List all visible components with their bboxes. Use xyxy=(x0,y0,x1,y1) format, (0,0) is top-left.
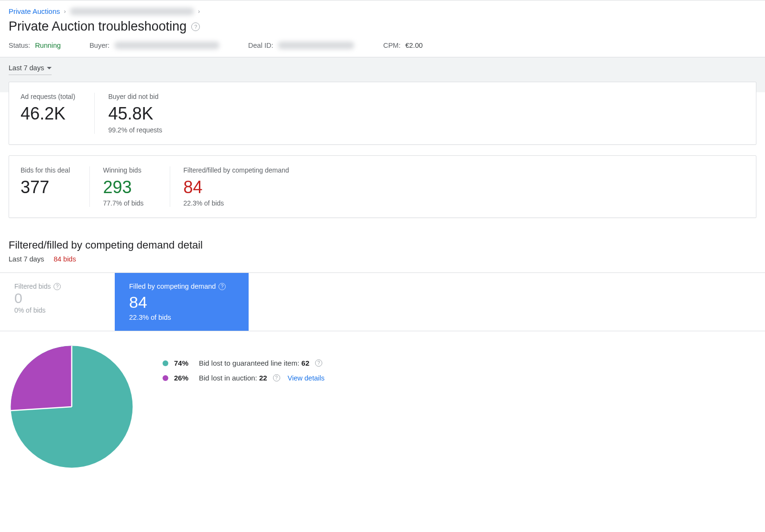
meta-row: Status: Running Buyer: Deal ID: CPM: €2.… xyxy=(0,40,765,57)
legend-percent: 26% xyxy=(174,374,193,382)
help-icon[interactable]: ? xyxy=(315,359,322,367)
breadcrumb-root-link[interactable]: Private Auctions xyxy=(9,7,60,15)
legend-value: 22 xyxy=(259,374,267,382)
metric-sublabel: 99.2% of requests xyxy=(108,126,162,134)
tab-sublabel: 22.3% of bids xyxy=(129,314,234,321)
legend-text: Bid lost to guaranteed line item: 62 xyxy=(199,359,309,367)
metric-value: 45.8K xyxy=(108,104,162,123)
page-title: Private Auction troubleshooting xyxy=(9,19,186,34)
metric-value: 293 xyxy=(103,178,151,197)
help-icon[interactable]: ? xyxy=(273,374,280,381)
meta-status: Status: Running xyxy=(9,42,61,49)
detail-bid-count: 84 bids xyxy=(54,255,76,263)
legend-row-guaranteed: 74% Bid lost to guaranteed line item: 62… xyxy=(163,359,325,367)
pie-legend: 74% Bid lost to guaranteed line item: 62… xyxy=(163,345,325,389)
metric-value: 377 xyxy=(21,178,70,197)
metric-sublabel: 22.3% of bids xyxy=(184,199,289,207)
legend-row-auction: 26% Bid lost in auction: 22 ? View detai… xyxy=(163,374,325,382)
detail-period: Last 7 days xyxy=(9,255,44,263)
metric-sublabel: 77.7% of bids xyxy=(103,199,151,207)
cpm-value: €2.00 xyxy=(405,42,423,49)
metric-filtered-competing: Filtered/filled by competing demand 84 2… xyxy=(184,166,308,207)
buyer-value-redacted xyxy=(114,42,219,49)
metric-label: Ad requests (total) xyxy=(21,93,75,100)
tab-value: 84 xyxy=(129,293,234,312)
breadcrumb: Private Auctions › › xyxy=(0,0,765,19)
date-range-picker[interactable]: Last 7 days xyxy=(9,64,52,75)
tab-filled-competing[interactable]: Filled by competing demand ? 84 22.3% of… xyxy=(115,273,249,331)
metric-winning-bids: Winning bids 293 77.7% of bids xyxy=(103,166,170,207)
detail-section-title: Filtered/filled by competing demand deta… xyxy=(9,239,756,251)
tab-value: 0 xyxy=(14,290,100,306)
tab-label-text: Filtered bids xyxy=(14,282,51,290)
breadcrumb-item-redacted[interactable] xyxy=(70,8,194,15)
metric-ad-requests: Ad requests (total) 46.2K xyxy=(21,93,95,134)
metric-label: Winning bids xyxy=(103,166,151,174)
help-icon[interactable]: ? xyxy=(219,283,226,290)
help-icon[interactable]: ? xyxy=(54,283,61,290)
status-value: Running xyxy=(35,42,61,49)
chevron-right-icon: › xyxy=(198,8,200,15)
dealid-value-redacted xyxy=(278,42,354,49)
card-requests: Ad requests (total) 46.2K Buyer did not … xyxy=(9,82,756,145)
metric-bids-for-deal: Bids for this deal 377 xyxy=(21,166,90,207)
chevron-right-icon: › xyxy=(64,8,66,15)
dealid-label: Deal ID: xyxy=(248,42,273,49)
detail-tabs: Filtered bids ? 0 0% of bids Filled by c… xyxy=(0,272,765,331)
metric-label: Buyer did not bid xyxy=(108,93,162,100)
meta-cpm: CPM: €2.00 xyxy=(383,42,423,49)
metric-value: 84 xyxy=(184,178,289,197)
caret-down-icon xyxy=(47,67,52,69)
help-icon[interactable]: ? xyxy=(191,22,200,31)
cpm-label: CPM: xyxy=(383,42,400,49)
buyer-label: Buyer: xyxy=(89,42,109,49)
status-label: Status: xyxy=(9,42,30,49)
metric-label: Bids for this deal xyxy=(21,166,70,174)
card-bids: Bids for this deal 377 Winning bids 293 … xyxy=(9,155,756,218)
tab-filtered-bids[interactable]: Filtered bids ? 0 0% of bids xyxy=(0,273,115,331)
meta-dealid: Deal ID: xyxy=(248,42,354,49)
legend-percent: 74% xyxy=(174,359,193,367)
pie-chart xyxy=(10,345,134,469)
legend-value: 62 xyxy=(301,359,309,367)
legend-text: Bid lost in auction: 22 xyxy=(199,374,267,382)
metric-buyer-no-bid: Buyer did not bid 45.8K 99.2% of request… xyxy=(108,93,181,134)
metric-label: Filtered/filled by competing demand xyxy=(184,166,289,174)
tab-label-text: Filled by competing demand xyxy=(129,282,216,290)
metric-value: 46.2K xyxy=(21,104,75,123)
legend-dot-icon xyxy=(163,375,168,381)
view-details-link[interactable]: View details xyxy=(288,374,325,382)
legend-dot-icon xyxy=(163,360,168,366)
tab-sublabel: 0% of bids xyxy=(14,306,100,314)
meta-buyer: Buyer: xyxy=(89,42,219,49)
date-range-label: Last 7 days xyxy=(9,64,44,72)
